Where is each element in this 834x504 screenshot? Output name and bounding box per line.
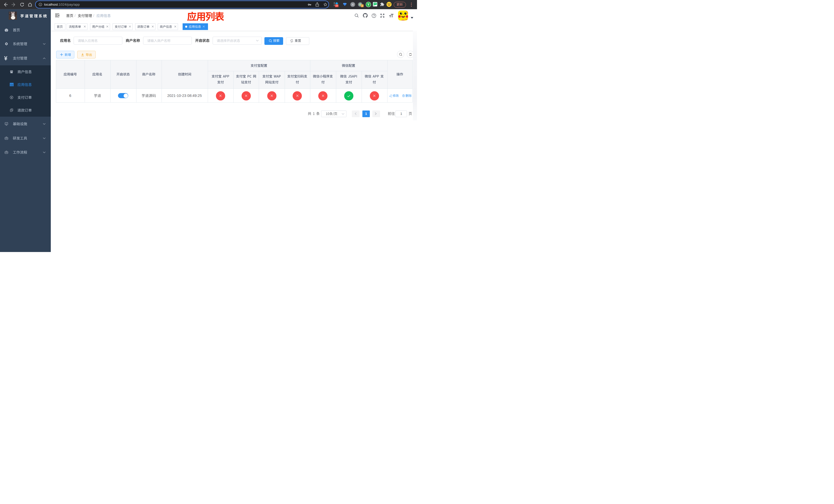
svg-text:Y: Y	[367, 3, 369, 6]
svg-text:⌘: ⌘	[351, 3, 354, 6]
